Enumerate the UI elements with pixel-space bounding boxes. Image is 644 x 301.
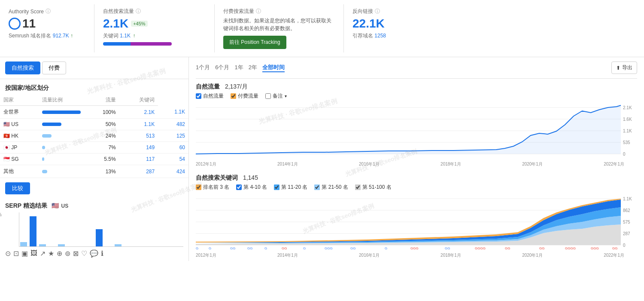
- svg-text:GGGG: GGGG: [475, 246, 486, 250]
- svg-text:GG: GG: [539, 246, 544, 250]
- svg-text:GG: GG: [505, 246, 510, 250]
- col-country: 国家: [0, 95, 39, 106]
- svg-text:GG: GG: [282, 246, 287, 250]
- authority-rank-link[interactable]: 912.7K: [53, 33, 69, 39]
- compare-button[interactable]: 比较: [5, 182, 30, 194]
- serp-bar-chart: [19, 212, 183, 247]
- paid-traffic-title: 付费搜索流量 ⓘ: [223, 8, 335, 15]
- table-row: 其他 13% 287 424: [0, 165, 188, 178]
- keyword-distribution-bar: [103, 42, 172, 46]
- authority-score-title: Authority Score ⓘ: [9, 8, 85, 15]
- referring-domains-link[interactable]: 1258: [374, 33, 386, 39]
- organic-traffic-card: 自然搜索流量 ⓘ 2.1K +45% 关键词 1.1K ↑: [94, 4, 215, 52]
- svg-text:GGGG: GGGG: [565, 246, 576, 250]
- time-2year[interactable]: 2年: [249, 64, 257, 72]
- export-button[interactable]: ⬆ 导出: [611, 61, 637, 74]
- backlinks-info-icon[interactable]: ⓘ: [375, 8, 380, 15]
- time-1year[interactable]: 1年: [234, 64, 243, 72]
- col-traffic-ratio: 流量比例: [39, 95, 84, 106]
- legend-11-20[interactable]: 第 11-20 名: [274, 184, 307, 191]
- svg-text:1.6K: 1.6K: [623, 117, 632, 122]
- traffic-chart-section: 自然流量 2,137/月 自然流量 付费流量 备注 ▾: [196, 83, 637, 167]
- organic-info-icon[interactable]: ⓘ: [136, 8, 141, 15]
- serp-bar: [30, 216, 36, 246]
- col-traffic: 流量: [84, 95, 119, 106]
- svg-text:G: G: [209, 246, 211, 250]
- legend-4-10-checkbox[interactable]: [236, 184, 242, 190]
- svg-text:G: G: [264, 246, 267, 250]
- tab-paid[interactable]: 付费: [42, 61, 66, 74]
- table-row: 🇸🇬 SG 5.5% 117 54: [0, 154, 188, 165]
- serp-icon-3[interactable]: ▣: [21, 249, 28, 258]
- serp-section: SERP 精选结果 🇺🇸 US 18% 9% 0% ⊙ ⊡ ▣ 🖼 ↗ ★ ⊕: [0, 199, 188, 261]
- time-1month[interactable]: 1个月: [196, 64, 210, 72]
- serp-icons: ⊙ ⊡ ▣ 🖼 ↗ ★ ⊕ ⊚ ⊠ ♡ 💬 ℹ: [5, 249, 183, 258]
- table-row: 🇺🇸 US 50% 1.1K 482: [0, 119, 188, 130]
- time-all[interactable]: 全部时间: [262, 64, 285, 72]
- traffic-svg-container: 2.1K 1.6K 1.1K 535 0 2012年1月 2014年1月 201…: [196, 103, 637, 167]
- backlinks-value: 22.1K: [352, 17, 635, 31]
- legend-21-50[interactable]: 第 21-50 名: [314, 184, 348, 191]
- legend-4-10[interactable]: 第 4-10 名: [236, 184, 267, 191]
- col-keywords: 关键词: [119, 95, 158, 106]
- legend-top3[interactable]: 排名前 3 名: [196, 184, 229, 191]
- keywords-chart-legend: 排名前 3 名 第 4-10 名 第 11-20 名 第 21-50 名 第 5…: [196, 184, 637, 191]
- country-section-title: 按国家/地区划分: [0, 79, 188, 95]
- keywords-x-labels: 2012年1月 2014年1月 2016年1月 2018年1月 2020年1月 …: [196, 252, 637, 258]
- legend-top3-checkbox[interactable]: [196, 184, 201, 190]
- tab-organic[interactable]: 自然搜索: [5, 61, 40, 74]
- table-row: 🇭🇰 HK 24% 513 125: [0, 130, 188, 142]
- svg-text:0: 0: [623, 152, 626, 157]
- serp-icon-6[interactable]: ★: [48, 249, 54, 258]
- serp-bar: [115, 244, 122, 246]
- organic-keyword-sub: 关键词 1.1K ↑: [103, 32, 206, 40]
- serp-bar: [58, 244, 65, 246]
- position-tracking-button[interactable]: 前往 Position Tracking: [223, 36, 286, 49]
- traffic-chart-title: 自然流量 2,137/月: [196, 83, 637, 91]
- serp-bar: [20, 242, 27, 246]
- legend-21-50-checkbox[interactable]: [314, 184, 320, 190]
- organic-traffic-title: 自然搜索流量 ⓘ: [103, 8, 206, 15]
- svg-text:GG: GG: [230, 246, 235, 250]
- time-6month[interactable]: 6个月: [215, 64, 229, 72]
- serp-icon-11[interactable]: 💬: [90, 249, 98, 258]
- serp-icon-7[interactable]: ⊕: [57, 249, 62, 258]
- backlinks-sub: 引荐域名 1258: [352, 32, 635, 40]
- paid-traffic-card: 付费搜索流量 ⓘ 未找到数据。如果这是您的域名，您可以获取关键词排名相关的所有必…: [215, 4, 344, 52]
- legend-51-100-checkbox[interactable]: [355, 184, 361, 190]
- backlinks-title: 反向链接 ⓘ: [352, 8, 635, 15]
- keyword-link[interactable]: 1.1K: [120, 33, 131, 39]
- backlinks-card: 反向链接 ⓘ 22.1K 引荐域名 1258: [344, 4, 644, 52]
- serp-icon-10[interactable]: ♡: [81, 249, 87, 258]
- svg-text:0: 0: [623, 243, 626, 248]
- svg-text:GGG: GGG: [591, 246, 599, 250]
- info-icon[interactable]: ⓘ: [46, 8, 51, 15]
- serp-icon-5[interactable]: ↗: [40, 249, 46, 258]
- legend-organic[interactable]: 自然流量: [196, 92, 224, 100]
- legend-paid-checkbox[interactable]: [231, 93, 236, 99]
- legend-notes[interactable]: 备注 ▾: [265, 92, 287, 100]
- serp-icon-2[interactable]: ⊡: [13, 249, 19, 258]
- traffic-x-labels: 2012年1月 2014年1月 2016年1月 2018年1月 2020年1月 …: [196, 160, 637, 167]
- serp-icon-1[interactable]: ⊙: [5, 249, 11, 258]
- right-panel: 1个月 6个月 1年 2年 全部时间 ⬆ 导出 自然流量 2,137/月 自然流…: [189, 57, 644, 261]
- authority-score-card: Authority Score ⓘ 11 Semrush 域名排名 912.7K…: [0, 4, 94, 52]
- serp-icon-9[interactable]: ⊠: [73, 249, 79, 258]
- legend-organic-checkbox[interactable]: [196, 93, 201, 99]
- legend-51-100[interactable]: 第 51-100 名: [355, 184, 392, 191]
- time-buttons: 1个月 6个月 1年 2年 全部时间: [196, 64, 285, 72]
- serp-bar: [39, 244, 46, 246]
- svg-text:GG: GG: [445, 246, 450, 250]
- paid-info-icon[interactable]: ⓘ: [256, 8, 261, 15]
- serp-icon-12[interactable]: ℹ: [101, 249, 103, 258]
- organic-value: 2.1K: [103, 17, 128, 31]
- svg-text:862: 862: [623, 208, 630, 213]
- legend-11-20-checkbox[interactable]: [274, 184, 279, 190]
- serp-icon-4[interactable]: 🖼: [30, 249, 37, 258]
- serp-icon-8[interactable]: ⊚: [65, 249, 70, 258]
- metrics-bar: Authority Score ⓘ 11 Semrush 域名排名 912.7K…: [0, 0, 644, 57]
- serp-bar: [96, 229, 103, 246]
- legend-notes-checkbox[interactable]: [265, 93, 271, 99]
- legend-paid[interactable]: 付费流量: [231, 92, 258, 100]
- svg-text:GGG: GGG: [410, 246, 419, 250]
